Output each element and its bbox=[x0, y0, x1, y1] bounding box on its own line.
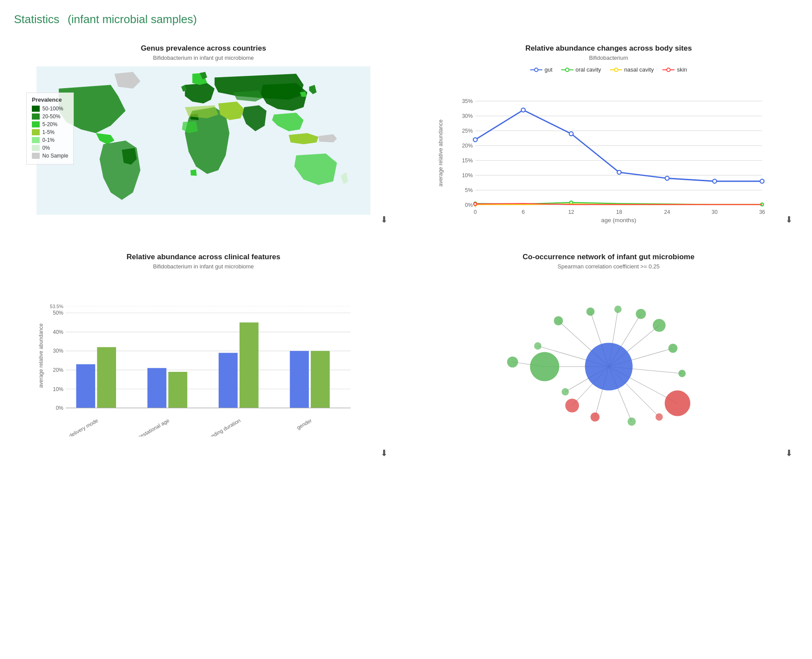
line-chart-subtitle: Bifidobacterium bbox=[423, 55, 795, 61]
legend-swatch-5 bbox=[32, 137, 40, 143]
svg-text:0%: 0% bbox=[56, 405, 64, 411]
dashboard-grid: Genus prevalence across countries Bifido… bbox=[14, 37, 798, 462]
network-node-green-lower bbox=[562, 388, 569, 395]
bar-chart-download-button[interactable]: ⬇ bbox=[380, 448, 388, 458]
bar-gender-2 bbox=[311, 351, 330, 408]
legend-swatch-6 bbox=[32, 145, 40, 151]
bar-chart-panel: Relative abundance across clinical featu… bbox=[14, 246, 393, 462]
svg-text:20%: 20% bbox=[53, 367, 63, 373]
legend-item-2: 20-50% bbox=[32, 113, 68, 120]
legend-label-5: 0-1% bbox=[42, 137, 55, 143]
svg-text:20%: 20% bbox=[462, 143, 473, 149]
title-subtitle: (infant microbial samples) bbox=[68, 13, 197, 26]
svg-text:gender: gender bbox=[296, 417, 313, 431]
svg-point-40 bbox=[760, 179, 764, 183]
svg-text:18: 18 bbox=[616, 209, 622, 215]
line-chart-panel: Relative abundance changes across body s… bbox=[419, 37, 798, 228]
network-node-right-1 bbox=[668, 344, 677, 353]
network-node-sm-green-1 bbox=[507, 357, 518, 367]
bar-delivery-1 bbox=[76, 364, 96, 408]
map-download-button[interactable]: ⬇ bbox=[380, 214, 388, 225]
line-chart-download-button[interactable]: ⬇ bbox=[785, 214, 793, 225]
legend-item-7: No Sample bbox=[32, 153, 68, 159]
legend-swatch-1 bbox=[32, 106, 40, 112]
legend-skin-label: skin bbox=[677, 66, 687, 73]
bar-breastfeeding-1 bbox=[219, 353, 238, 408]
legend-item-6: 0% bbox=[32, 145, 68, 151]
svg-text:30: 30 bbox=[711, 209, 717, 215]
bar-breastfeeding-2 bbox=[240, 323, 259, 408]
svg-text:0%: 0% bbox=[465, 202, 473, 208]
legend-label-7: No Sample bbox=[42, 153, 68, 159]
legend-item-5: 0-1% bbox=[32, 137, 68, 143]
network-node-red-2 bbox=[590, 412, 600, 422]
network-node-top-1 bbox=[554, 316, 563, 326]
legend-skin: skin bbox=[662, 66, 687, 73]
svg-text:25%: 25% bbox=[462, 128, 473, 134]
network-center-node bbox=[585, 343, 632, 390]
title-main: Statistics bbox=[14, 13, 59, 26]
bar-delivery-2 bbox=[97, 347, 116, 408]
svg-text:53.5%: 53.5% bbox=[50, 304, 63, 309]
svg-text:breastfeeding duration: breastfeeding duration bbox=[194, 417, 242, 436]
line-chart-svg: average relative abundance 0% 5% 10% 15%… bbox=[423, 76, 795, 225]
network-area bbox=[423, 275, 795, 458]
svg-text:10%: 10% bbox=[462, 172, 473, 178]
legend-label-4: 1-5% bbox=[42, 129, 55, 135]
legend-item-1: 50-100% bbox=[32, 106, 68, 112]
map-legend: Prevalence 50-100% 20-50% 5-20% 1-5% bbox=[26, 93, 74, 165]
network-node-red-left bbox=[565, 399, 579, 413]
svg-text:10%: 10% bbox=[53, 386, 63, 392]
map-chart-panel: Genus prevalence across countries Bifido… bbox=[14, 37, 393, 228]
network-chart-panel: Co-occurrence network of infant gut micr… bbox=[419, 246, 798, 462]
svg-point-36 bbox=[569, 132, 573, 136]
line-chart-title: Relative abundance changes across body s… bbox=[423, 44, 795, 53]
legend-oral-label: oral cavity bbox=[576, 66, 601, 73]
svg-text:12: 12 bbox=[568, 209, 574, 215]
line-chart-area: average relative abundance 0% 5% 10% 15%… bbox=[423, 76, 795, 225]
line-chart-legend: gut oral cavity nasal cavity skin bbox=[423, 66, 795, 73]
nasal-line-icon bbox=[610, 67, 622, 72]
svg-text:30%: 30% bbox=[462, 113, 473, 119]
bar-gestational-2 bbox=[168, 372, 188, 408]
legend-oral: oral cavity bbox=[561, 66, 601, 73]
svg-point-37 bbox=[617, 170, 621, 174]
network-node-top-3 bbox=[614, 305, 621, 313]
oral-line-icon bbox=[561, 67, 573, 72]
legend-gut: gut bbox=[530, 66, 552, 73]
svg-text:15%: 15% bbox=[462, 158, 473, 164]
svg-text:6: 6 bbox=[521, 209, 524, 215]
map-chart-title: Genus prevalence across countries bbox=[17, 44, 390, 53]
network-node-large-green bbox=[530, 352, 559, 381]
svg-text:24: 24 bbox=[664, 209, 670, 215]
legend-swatch-2 bbox=[32, 113, 40, 120]
map-chart-subtitle: Bifidobacterium in infant gut microbiome bbox=[17, 55, 390, 61]
network-node-left-1 bbox=[534, 342, 541, 350]
network-node-bottom-1 bbox=[627, 418, 636, 426]
bar-chart-subtitle: Bifidobacterium in infant gut microbiome bbox=[17, 263, 390, 270]
bar-gestational-1 bbox=[147, 368, 167, 408]
legend-swatch-3 bbox=[32, 121, 40, 127]
svg-point-4 bbox=[565, 68, 569, 72]
map-container: Prevalence 50-100% 20-50% 5-20% 1-5% bbox=[17, 66, 390, 215]
svg-point-8 bbox=[667, 68, 670, 72]
svg-point-35 bbox=[521, 108, 525, 112]
svg-point-2 bbox=[534, 68, 538, 72]
bar-chart-title: Relative abundance across clinical featu… bbox=[17, 253, 390, 261]
network-svg bbox=[423, 275, 795, 458]
svg-text:delivery mode: delivery mode bbox=[68, 417, 99, 436]
legend-swatch-4 bbox=[32, 129, 40, 135]
svg-point-34 bbox=[473, 138, 477, 142]
bar-chart-svg: average relative abundance 0% 10% 20% 30… bbox=[17, 275, 390, 436]
svg-point-39 bbox=[713, 179, 716, 183]
network-node-red-large bbox=[665, 391, 690, 416]
gut-line-icon bbox=[530, 67, 542, 72]
svg-text:30%: 30% bbox=[53, 348, 63, 354]
svg-text:5%: 5% bbox=[465, 187, 473, 193]
network-download-button[interactable]: ⬇ bbox=[785, 448, 793, 458]
skin-line-icon bbox=[662, 67, 675, 72]
svg-text:0: 0 bbox=[473, 209, 476, 215]
bar-chart-area: average relative abundance 0% 10% 20% 30… bbox=[17, 275, 390, 436]
network-node-red-1 bbox=[655, 413, 663, 421]
bar-gender-1 bbox=[290, 351, 309, 408]
